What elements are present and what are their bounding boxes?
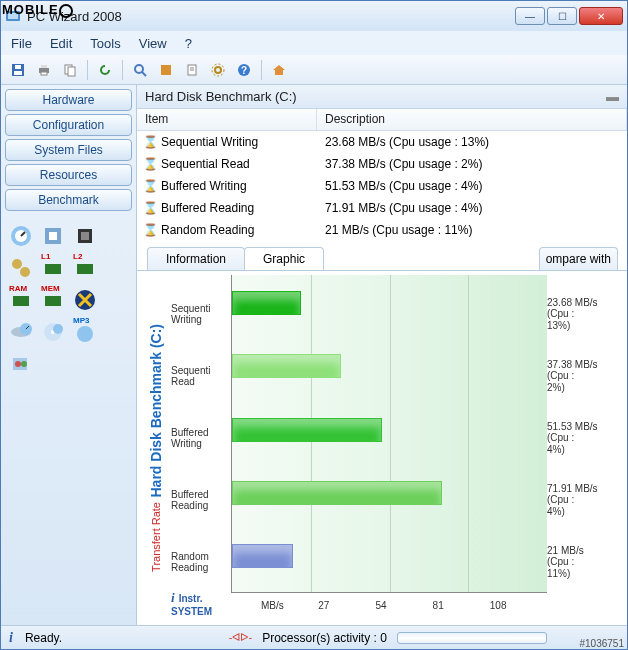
svg-rect-4 xyxy=(15,65,21,69)
site-watermark: MOBILE xyxy=(2,2,73,18)
mp3-bench-icon[interactable]: MP3 xyxy=(71,318,99,346)
svg-point-40 xyxy=(15,361,21,367)
chart-bar xyxy=(232,481,442,505)
benchmark-icons: L1 L2 RAM MEM MP3 xyxy=(5,220,132,380)
menu-file[interactable]: File xyxy=(11,36,32,51)
chart-area: Hard Disk Benchmark (C:) Transfert Rate … xyxy=(137,271,627,625)
hourglass-icon: ⌛ xyxy=(143,223,157,237)
disk-bench-icon[interactable] xyxy=(7,318,35,346)
menu-tools[interactable]: Tools xyxy=(90,36,120,51)
copy-icon[interactable] xyxy=(59,59,81,81)
instr-label: iInstr. SYSTEM xyxy=(171,590,212,617)
table-row[interactable]: ⌛Random Reading21 MB/s (Cpu usage : 11%) xyxy=(137,219,627,241)
svg-line-11 xyxy=(142,72,146,76)
svg-point-41 xyxy=(21,361,27,367)
svg-rect-31 xyxy=(45,296,61,306)
chart-xtick: 108 xyxy=(490,600,547,611)
report-icon[interactable] xyxy=(181,59,203,81)
app-window: PC Wizard 2008 — ☐ ✕ File Edit Tools Vie… xyxy=(0,0,628,650)
svg-rect-30 xyxy=(13,296,29,306)
toolbar: ? xyxy=(1,55,627,85)
global-bench-icon[interactable] xyxy=(7,222,35,250)
chart-ysub: Transfert Rate xyxy=(150,502,162,572)
tabstrip: Information Graphic ompare with xyxy=(137,247,627,271)
menubar: File Edit Tools View ? xyxy=(1,31,627,55)
sidebar-hardware[interactable]: Hardware xyxy=(5,89,132,111)
svg-point-38 xyxy=(77,326,93,342)
chart-bar xyxy=(232,354,341,378)
activity-progress xyxy=(397,632,547,644)
chart-xtick: MB/s xyxy=(261,600,318,611)
sidebar-resources[interactable]: Resources xyxy=(5,164,132,186)
refresh-icon[interactable] xyxy=(94,59,116,81)
svg-point-27 xyxy=(20,267,30,277)
module-icon[interactable] xyxy=(155,59,177,81)
help-icon[interactable]: ? xyxy=(233,59,255,81)
svg-rect-9 xyxy=(68,67,75,76)
table-row[interactable]: ⌛Sequential Writing23.68 MB/s (Cpu usage… xyxy=(137,131,627,153)
cd-bench-icon[interactable] xyxy=(39,318,67,346)
tab-graphic[interactable]: Graphic xyxy=(244,247,324,270)
col-item[interactable]: Item xyxy=(137,109,317,130)
chip-bench-icon[interactable] xyxy=(71,222,99,250)
chart-category-label: Buffered Writing xyxy=(171,407,231,469)
svg-text:?: ? xyxy=(241,65,247,76)
chart-value-label: 23.68 MB/s(Cpu :13%) xyxy=(547,283,619,345)
svg-rect-28 xyxy=(45,264,61,274)
maximize-button[interactable]: ☐ xyxy=(547,7,577,25)
sidebar-systemfiles[interactable]: System Files xyxy=(5,139,132,161)
l1-cache-icon[interactable]: L1 xyxy=(39,254,67,282)
statusbar: i Ready. -ᐊᐅ- Processor(s) activity : 0 xyxy=(1,625,627,649)
titlebar[interactable]: PC Wizard 2008 — ☐ ✕ xyxy=(1,1,627,31)
gears-bench-icon[interactable] xyxy=(7,254,35,282)
window-title: PC Wizard 2008 xyxy=(27,9,515,24)
chart-xtick: 54 xyxy=(375,600,432,611)
chart-value-label: 51.53 MB/s(Cpu :4%) xyxy=(547,407,619,469)
table-row[interactable]: ⌛Buffered Writing51.53 MB/s (Cpu usage :… xyxy=(137,175,627,197)
chart-bar xyxy=(232,544,293,568)
svg-rect-6 xyxy=(41,65,47,68)
tab-information[interactable]: Information xyxy=(147,247,245,270)
video-bench-icon[interactable] xyxy=(7,350,35,378)
close-button[interactable]: ✕ xyxy=(579,7,623,25)
home-icon[interactable] xyxy=(268,59,290,81)
cpu-bench-icon[interactable] xyxy=(39,222,67,250)
l2-cache-icon[interactable]: L2 xyxy=(71,254,99,282)
mem-bench-icon[interactable]: MEM xyxy=(39,286,67,314)
col-description[interactable]: Description xyxy=(317,109,627,130)
table-row[interactable]: ⌛Buffered Reading71.91 MB/s (Cpu usage :… xyxy=(137,197,627,219)
table-row[interactable]: ⌛Sequential Read37.38 MB/s (Cpu usage : … xyxy=(137,153,627,175)
svg-point-16 xyxy=(215,67,221,73)
result-rows: ⌛Sequential Writing23.68 MB/s (Cpu usage… xyxy=(137,131,627,241)
svg-rect-7 xyxy=(41,72,47,75)
chart-category-label: Sequenti Writing xyxy=(171,283,231,345)
info-icon: i xyxy=(9,630,13,646)
chart-category-label: Sequenti Read xyxy=(171,345,231,407)
menu-view[interactable]: View xyxy=(139,36,167,51)
minimize-button[interactable]: — xyxy=(515,7,545,25)
menu-help[interactable]: ? xyxy=(185,36,192,51)
chart-bar xyxy=(232,418,382,442)
directx-bench-icon[interactable] xyxy=(71,286,99,314)
svg-point-37 xyxy=(53,324,63,334)
hourglass-icon: ⌛ xyxy=(143,135,157,149)
image-id: #1036751 xyxy=(580,638,625,649)
settings-icon[interactable] xyxy=(207,59,229,81)
sidebar: Hardware Configuration System Files Reso… xyxy=(1,85,136,625)
hourglass-icon: ⌛ xyxy=(143,157,157,171)
menu-edit[interactable]: Edit xyxy=(50,36,72,51)
main-panel: Hard Disk Benchmark (C:) ▬ Item Descript… xyxy=(136,85,627,625)
sidebar-configuration[interactable]: Configuration xyxy=(5,114,132,136)
svg-rect-29 xyxy=(77,264,93,274)
sidebar-benchmark[interactable]: Benchmark xyxy=(5,189,132,211)
ram-bench-icon[interactable]: RAM xyxy=(7,286,35,314)
save-icon[interactable] xyxy=(7,59,29,81)
svg-rect-25 xyxy=(81,232,89,240)
chart-bar xyxy=(232,291,301,315)
tab-compare[interactable]: ompare with xyxy=(539,247,618,270)
svg-rect-12 xyxy=(161,65,171,75)
search-icon[interactable] xyxy=(129,59,151,81)
status-processor: Processor(s) activity : 0 xyxy=(262,631,387,645)
activity-icon: -ᐊᐅ- xyxy=(229,631,252,644)
print-icon[interactable] xyxy=(33,59,55,81)
